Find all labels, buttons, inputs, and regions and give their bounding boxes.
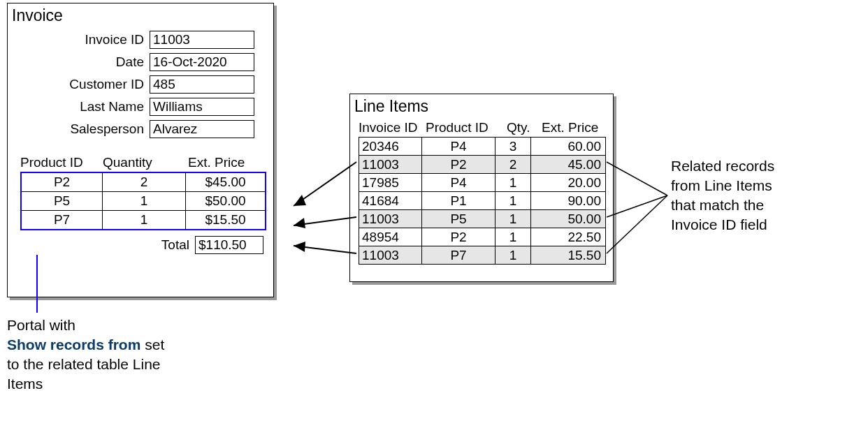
li-cell-ext-price: 50.00 [531, 210, 605, 228]
li-row[interactable]: 11003 P7 1 15.50 [359, 246, 605, 264]
line-items-table: 20346 P4 3 60.00 11003 P2 2 45.00 17985 … [359, 137, 606, 265]
svg-line-8 [607, 195, 667, 253]
portal-row[interactable]: P7 1 $15.50 [22, 211, 265, 229]
svg-marker-5 [294, 242, 305, 252]
annot-left-line1: Portal with [7, 316, 217, 335]
invoice-card: Invoice Invoice ID 11003 Date 16-Oct-202… [7, 3, 274, 297]
li-cell-qty: 1 [496, 192, 531, 209]
svg-line-4 [294, 246, 356, 253]
field-date[interactable]: 16-Oct-2020 [150, 53, 254, 71]
portal-row[interactable]: P5 1 $50.00 [22, 192, 265, 211]
portal-cell-quantity: 1 [103, 192, 186, 210]
li-cell-product-id: P5 [422, 210, 496, 228]
portal-cell-product: P5 [22, 192, 103, 210]
li-cell-qty: 3 [496, 138, 531, 155]
annotation-portal: Portal with Show records from set to the… [7, 316, 217, 394]
portal-cell-product: P7 [22, 211, 103, 229]
row-date: Date 16-Oct-2020 [8, 53, 263, 71]
row-salesperson: Salesperson Alvarez [8, 120, 263, 138]
row-last-name: Last Name Williams [8, 98, 263, 116]
line-items-headers: Invoice ID Product ID Qty. Ext. Price [350, 117, 613, 137]
li-cell-ext-price: 15.50 [531, 246, 605, 264]
annot-left-bold: Show records from [7, 336, 140, 353]
svg-line-0 [294, 162, 356, 206]
li-cell-invoice-id: 11003 [359, 156, 422, 173]
li-cell-product-id: P4 [422, 174, 496, 191]
li-cell-qty: 1 [496, 228, 531, 246]
li-cell-invoice-id: 11003 [359, 210, 422, 228]
portal-cell-extprice: $50.00 [186, 192, 265, 210]
li-cell-invoice-id: 20346 [359, 138, 422, 155]
li-row[interactable]: 17985 P4 1 20.00 [359, 174, 605, 192]
annot-left-after-bold: set [140, 336, 164, 353]
total-value[interactable]: $110.50 [195, 236, 263, 254]
total-label: Total [161, 237, 189, 253]
annot-right-line1: Related records [671, 156, 839, 176]
li-header-product-id: Product ID [426, 120, 507, 135]
portal-headers: Product ID Quantity Ext. Price [8, 142, 273, 172]
li-cell-ext-price: 20.00 [531, 174, 605, 191]
label-customer-id: Customer ID [8, 77, 150, 92]
label-invoice-id: Invoice ID [8, 32, 150, 47]
portal-cell-extprice: $45.00 [186, 173, 265, 191]
li-cell-product-id: P7 [422, 246, 496, 264]
portal-header-quantity: Quantity [103, 155, 188, 170]
label-salesperson: Salesperson [8, 121, 150, 137]
annot-left-line2: Show records from set [7, 335, 217, 355]
li-row[interactable]: 20346 P4 3 60.00 [359, 138, 605, 156]
li-cell-product-id: P2 [422, 156, 496, 173]
portal-cell-quantity: 1 [103, 211, 186, 229]
label-last-name: Last Name [8, 99, 150, 114]
portal-header-product: Product ID [20, 155, 103, 170]
li-cell-ext-price: 22.50 [531, 228, 605, 246]
annot-left-line4: Items [7, 374, 217, 394]
li-cell-ext-price: 90.00 [531, 192, 605, 209]
li-row[interactable]: 41684 P1 1 90.00 [359, 192, 605, 210]
portal-header-extprice: Ext. Price [188, 155, 265, 170]
svg-line-6 [607, 162, 667, 195]
li-header-invoice-id: Invoice ID [359, 120, 426, 135]
svg-marker-3 [294, 218, 305, 228]
li-cell-product-id: P2 [422, 228, 496, 246]
li-cell-invoice-id: 17985 [359, 174, 422, 191]
li-cell-product-id: P1 [422, 192, 496, 209]
line-items-card: Line Items Invoice ID Product ID Qty. Ex… [349, 94, 614, 282]
row-customer-id: Customer ID 485 [8, 75, 263, 94]
svg-marker-1 [294, 195, 306, 206]
li-cell-ext-price: 45.00 [531, 156, 605, 173]
li-cell-qty: 2 [496, 156, 531, 173]
li-cell-invoice-id: 41684 [359, 192, 422, 209]
portal-cell-quantity: 2 [103, 173, 186, 191]
svg-line-2 [294, 217, 356, 225]
li-cell-invoice-id: 11003 [359, 246, 422, 264]
annot-right-line4: Invoice ID field [671, 215, 839, 235]
portal-cell-extprice: $15.50 [186, 211, 265, 229]
li-cell-qty: 1 [496, 174, 531, 191]
total-row: Total $110.50 [8, 230, 273, 254]
annot-right-line2: from Line Items [671, 176, 839, 195]
field-last-name[interactable]: Williams [150, 98, 254, 116]
field-salesperson[interactable]: Alvarez [150, 120, 254, 138]
portal-row[interactable]: P2 2 $45.00 [22, 173, 265, 192]
line-items-title: Line Items [350, 94, 613, 117]
portal-box: P2 2 $45.00 P5 1 $50.00 P7 1 $15.50 [20, 172, 266, 230]
li-header-qty: Qty. [507, 120, 542, 135]
portal-cell-product: P2 [22, 173, 103, 191]
annotation-related: Related records from Line Items that mat… [671, 156, 839, 235]
field-invoice-id[interactable]: 11003 [150, 31, 254, 49]
row-invoice-id: Invoice ID 11003 [8, 31, 263, 49]
invoice-title: Invoice [8, 3, 273, 27]
label-date: Date [8, 54, 150, 70]
li-cell-qty: 1 [496, 246, 531, 264]
li-row[interactable]: 11003 P5 1 50.00 [359, 210, 605, 228]
svg-line-7 [607, 195, 667, 217]
li-row[interactable]: 11003 P2 2 45.00 [359, 156, 605, 174]
annot-right-line3: that match the [671, 195, 839, 215]
li-cell-qty: 1 [496, 210, 531, 228]
li-cell-product-id: P4 [422, 138, 496, 155]
li-cell-ext-price: 60.00 [531, 138, 605, 155]
annot-left-line3: to the related table Line [7, 355, 217, 374]
field-customer-id[interactable]: 485 [150, 75, 254, 94]
li-cell-invoice-id: 48954 [359, 228, 422, 246]
li-row[interactable]: 48954 P2 1 22.50 [359, 228, 605, 246]
